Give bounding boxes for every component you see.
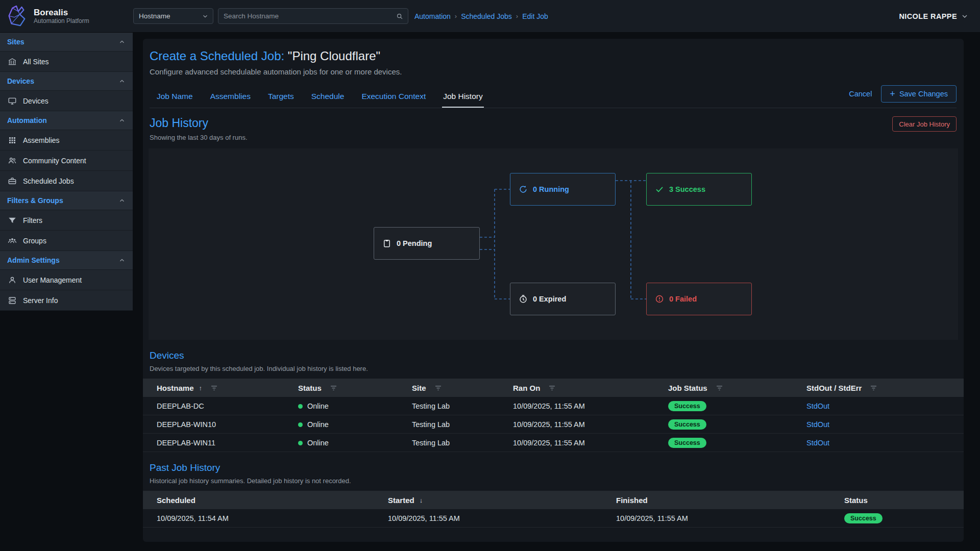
sidebar-section-filters-groups[interactable]: Filters & Groups xyxy=(0,191,133,210)
running-status-node[interactable]: 0 Running xyxy=(510,173,616,206)
sidebar-item-scheduled-jobs[interactable]: Scheduled Jobs xyxy=(0,171,133,191)
sidebar-item-label: Community Content xyxy=(23,157,86,165)
sidebar-section-automation[interactable]: Automation xyxy=(0,111,133,130)
sidebar-item-all-sites[interactable]: All Sites xyxy=(0,52,133,72)
sidebar-item-devices[interactable]: Devices xyxy=(0,91,133,111)
ran-on-cell: 10/09/2025, 11:55 AM xyxy=(513,439,668,447)
filter-icon[interactable] xyxy=(210,384,218,392)
column-header-job-status[interactable]: Job Status xyxy=(668,384,806,392)
sort-asc-icon: ↑ xyxy=(199,384,203,392)
sidebar-section-sites[interactable]: Sites xyxy=(0,33,133,52)
column-header-started[interactable]: Started ↓ xyxy=(388,496,616,505)
tab-targets[interactable]: Targets xyxy=(267,88,295,108)
monitor-icon xyxy=(8,96,17,106)
sidebar-item-assemblies[interactable]: Assemblies xyxy=(0,130,133,151)
sidebar: Sites All Sites Devices Devices Automati… xyxy=(0,33,133,311)
filter-icon[interactable] xyxy=(870,384,877,392)
tab-assemblies[interactable]: Assemblies xyxy=(209,88,252,108)
filter-icon[interactable] xyxy=(716,384,723,392)
app-subtitle: Automation Platform xyxy=(34,17,89,24)
finished-cell: 10/09/2025, 11:55 AM xyxy=(616,514,844,522)
pending-status-node[interactable]: 0 Pending xyxy=(374,227,480,260)
filter-icon[interactable] xyxy=(330,384,337,392)
page-description: Configure advanced schedulable automatio… xyxy=(150,67,957,76)
user-menu[interactable]: NICOLE RAPPE xyxy=(899,12,969,20)
status-cell: Online xyxy=(298,420,412,429)
stdout-link[interactable]: StdOut xyxy=(806,402,829,410)
filter-icon[interactable] xyxy=(548,384,556,392)
breadcrumb-scheduled-jobs[interactable]: Scheduled Jobs xyxy=(461,12,512,20)
sidebar-item-user-management[interactable]: User Management xyxy=(0,270,133,290)
chevron-up-icon xyxy=(118,257,126,264)
sidebar-item-label: Assemblies xyxy=(23,136,60,144)
breadcrumb-separator: › xyxy=(455,12,457,20)
past-history-section-header: Past Job History Historical job history … xyxy=(143,452,964,485)
top-bar: Borealis Automation Platform Hostname Au… xyxy=(0,0,980,33)
sidebar-item-groups[interactable]: Groups xyxy=(0,231,133,251)
cancel-button[interactable]: Cancel xyxy=(849,90,872,98)
tab-schedule[interactable]: Schedule xyxy=(310,88,346,108)
save-changes-label: Save Changes xyxy=(899,90,948,98)
tabs: Job Name Assemblies Targets Schedule Exe… xyxy=(156,88,484,108)
column-header-site[interactable]: Site xyxy=(412,384,513,392)
devices-table: Hostname ↑ Status Site Ran On Job Status xyxy=(143,379,964,452)
online-dot-icon xyxy=(298,441,303,445)
ran-on-cell: 10/09/2025, 11:55 AM xyxy=(513,402,668,410)
tab-job-name[interactable]: Job Name xyxy=(156,88,194,108)
filter-icon[interactable] xyxy=(434,384,442,392)
tab-job-history[interactable]: Job History xyxy=(442,88,484,108)
stdout-cell: StdOut xyxy=(806,420,964,429)
past-history-table-header: Scheduled Started ↓ Finished Status xyxy=(143,491,964,509)
breadcrumb-separator: › xyxy=(516,12,518,20)
expired-status-node[interactable]: 0 Expired xyxy=(510,283,616,315)
column-header-finished[interactable]: Finished xyxy=(616,496,844,505)
server-icon xyxy=(8,296,17,305)
breadcrumb-automation[interactable]: Automation xyxy=(414,12,451,20)
failed-status-node[interactable]: 0 Failed xyxy=(646,283,752,315)
table-row: DEEPLAB-DC Online Testing Lab 10/09/2025… xyxy=(143,397,964,415)
hostname-dropdown[interactable]: Hostname xyxy=(133,8,213,24)
save-changes-button[interactable]: + Save Changes xyxy=(881,85,957,103)
started-cell: 10/09/2025, 11:55 AM xyxy=(388,514,616,522)
chevron-up-icon xyxy=(118,78,126,85)
page-title-prefix: Create a Scheduled Job: xyxy=(150,49,284,63)
sidebar-section-devices[interactable]: Devices xyxy=(0,72,133,91)
column-header-scheduled[interactable]: Scheduled xyxy=(157,496,388,505)
tab-execution-context[interactable]: Execution Context xyxy=(360,88,427,108)
stdout-link[interactable]: StdOut xyxy=(806,439,829,447)
brand: Borealis Automation Platform xyxy=(0,5,133,28)
sidebar-item-server-info[interactable]: Server Info xyxy=(0,290,133,311)
column-header-status[interactable]: Status xyxy=(298,384,412,392)
pending-icon xyxy=(382,239,391,248)
job-history-section-header: Job History Showing the last 30 days of … xyxy=(143,108,964,141)
sidebar-item-label: All Sites xyxy=(23,58,49,66)
chevron-up-icon xyxy=(118,197,126,204)
sidebar-item-community-content[interactable]: Community Content xyxy=(0,151,133,171)
column-header-stdout[interactable]: StdOut / StdErr xyxy=(806,384,964,392)
column-header-hostname[interactable]: Hostname ↑ xyxy=(157,384,298,392)
breadcrumb-edit-job[interactable]: Edit Job xyxy=(522,12,548,20)
sidebar-item-label: Server Info xyxy=(23,296,58,305)
search-box xyxy=(218,8,408,24)
section-label: Admin Settings xyxy=(7,256,118,264)
chevron-up-icon xyxy=(118,38,126,45)
online-dot-icon xyxy=(298,404,303,409)
status-badge: Success xyxy=(844,513,883,523)
expired-label: 0 Expired xyxy=(533,295,566,303)
clear-job-history-button[interactable]: Clear Job History xyxy=(892,116,957,132)
past-history-description: Historical job history summaries. Detail… xyxy=(150,477,957,485)
success-status-node[interactable]: 3 Success xyxy=(646,173,752,206)
search-input[interactable] xyxy=(224,12,396,20)
column-header-ran-on[interactable]: Ran On xyxy=(513,384,668,392)
table-row: DEEPLAB-WIN11 Online Testing Lab 10/09/2… xyxy=(143,434,964,452)
sidebar-section-admin-settings[interactable]: Admin Settings xyxy=(0,251,133,270)
sidebar-item-filters[interactable]: Filters xyxy=(0,210,133,231)
search-icon[interactable] xyxy=(396,13,403,20)
borealis-logo xyxy=(5,5,29,28)
online-dot-icon xyxy=(298,422,303,427)
status-cell: Online xyxy=(298,439,412,447)
stdout-link[interactable]: StdOut xyxy=(806,420,829,429)
column-header-status[interactable]: Status xyxy=(844,496,964,505)
hostname-dropdown-value: Hostname xyxy=(139,12,202,20)
table-row: 10/09/2025, 11:54 AM 10/09/2025, 11:55 A… xyxy=(143,509,964,528)
